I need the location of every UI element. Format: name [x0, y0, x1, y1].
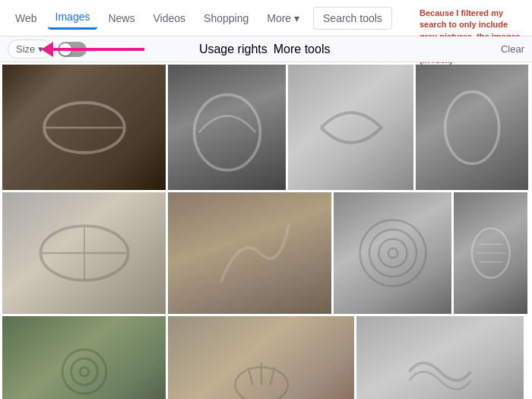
svg-point-11: [235, 367, 288, 399]
svg-point-2: [194, 94, 260, 169]
arrow-shaft: [53, 48, 144, 51]
fossil-pattern-1: [2, 65, 166, 190]
nav-images[interactable]: Images: [48, 6, 98, 30]
fossil-image-10[interactable]: [168, 316, 354, 399]
fossil-pattern-7: [334, 192, 451, 314]
fossil-pattern-6: [168, 192, 331, 314]
fossil-image-1[interactable]: [2, 65, 166, 190]
nav-videos[interactable]: Videos: [145, 8, 193, 29]
fossil-pattern-8: [454, 192, 527, 314]
svg-point-7: [472, 228, 510, 277]
fossil-pattern-10: [168, 316, 354, 399]
fossil-image-6[interactable]: [168, 192, 331, 314]
fossil-image-3[interactable]: [288, 65, 413, 190]
fossil-pattern-3: [288, 65, 413, 190]
fossil-pattern-4: [416, 65, 528, 190]
clear-button[interactable]: Clear: [501, 43, 524, 55]
filter-bar: Size ▾ Usage rights More tools Clear: [0, 36, 532, 62]
fossil-image-4[interactable]: [416, 65, 528, 190]
image-row-1: [2, 65, 530, 190]
nav-news[interactable]: News: [100, 8, 142, 29]
fossil-pattern-5: [2, 192, 166, 314]
nav-shopping[interactable]: Shopping: [196, 8, 256, 29]
nav-bar: Web Images News Videos Shopping More ▾ S…: [0, 0, 532, 36]
search-tools-button[interactable]: Search tools: [313, 7, 392, 30]
pink-arrow-annotation: [41, 42, 144, 57]
nav-more[interactable]: More ▾: [259, 8, 307, 29]
svg-point-3: [445, 91, 499, 163]
image-row-3: [2, 316, 530, 399]
fossil-image-9[interactable]: [2, 316, 166, 399]
fossil-pattern-9: [2, 316, 166, 399]
fossil-image-8[interactable]: [454, 192, 527, 314]
fossil-image-11[interactable]: [356, 316, 524, 399]
fossil-image-2[interactable]: [168, 65, 286, 190]
nav-web[interactable]: Web: [8, 8, 45, 29]
image-grid: [0, 62, 532, 399]
svg-point-0: [44, 103, 125, 153]
arrow-head-icon: [41, 42, 53, 57]
fossil-image-5[interactable]: [2, 192, 166, 314]
more-tools-label: More tools: [274, 43, 331, 56]
svg-point-4: [40, 226, 128, 280]
fossil-pattern-11: [356, 316, 524, 399]
fossil-pattern-2: [168, 65, 286, 190]
fossil-image-7[interactable]: [334, 192, 451, 314]
usage-rights-label: Usage rights: [199, 43, 268, 56]
image-row-2: [2, 192, 530, 314]
